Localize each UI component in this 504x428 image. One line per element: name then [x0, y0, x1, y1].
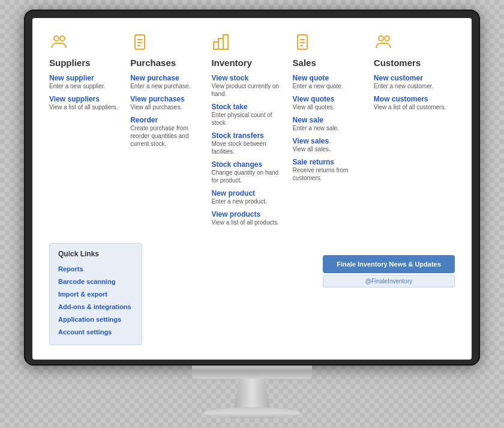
sales-link-1[interactable]: View quotes [293, 95, 367, 103]
customers-desc-1: View a list of all customers. [374, 103, 448, 111]
link-item: Mow customersView a list of all customer… [374, 95, 448, 111]
inventory-title: Inventory [211, 58, 285, 68]
link-item: Stock changesChange quantity on hand for… [211, 160, 285, 184]
sales-desc-2: Enter a new sale. [293, 124, 367, 132]
suppliers-desc-0: Enter a new supplier. [49, 82, 123, 90]
link-item: View productsView a list of all products… [211, 210, 285, 226]
sales-desc-4: Receive returns from customers. [293, 166, 367, 182]
svg-point-0 [54, 36, 59, 41]
inventory-desc-3: Change quantity on hand for product. [211, 169, 285, 184]
inventory-link-2[interactable]: Stock transfers [211, 131, 285, 140]
bottom-section: Quick LinksReportsBarcode scanningImport… [49, 243, 455, 345]
inventory-desc-5: View a list of all products. [211, 219, 285, 226]
purchases-link-1[interactable]: View purchases [130, 95, 204, 103]
link-item: New customerEnter a new customer. [374, 74, 448, 90]
monitor-wrapper: SuppliersNew supplierEnter a new supplie… [24, 10, 480, 418]
sales-link-4[interactable]: Sale returns [293, 158, 367, 166]
quick-link-3[interactable]: Add-ons & integrations [58, 301, 133, 313]
inventory-desc-2: Move stock between facilities. [211, 140, 285, 155]
inventory-desc-0: View product currently on hand. [211, 82, 285, 98]
quick-links-panel: Quick LinksReportsBarcode scanningImport… [49, 243, 142, 345]
link-item: New saleEnter a new sale. [293, 116, 367, 132]
customers-icon [374, 32, 448, 54]
stand-neck [234, 379, 270, 408]
sales-desc-3: View all sales. [293, 145, 367, 153]
quick-link-0[interactable]: Reports [58, 263, 133, 276]
svg-point-1 [60, 36, 65, 41]
quick-link-5[interactable]: Account settings [58, 326, 133, 339]
quick-link-2[interactable]: Import & export [58, 288, 133, 301]
link-item: Stock takeEnter physical count of stock. [211, 103, 285, 127]
suppliers-desc-1: View a list of all suppliers. [49, 103, 123, 111]
column-customers: CustomersNew customerEnter a new custome… [374, 32, 455, 231]
link-item: New supplierEnter a new supplier. [49, 74, 123, 90]
link-item: View purchasesView all purchases. [130, 95, 204, 111]
bottom-right-area: Finale Inventory News & Updates@FinaleIn… [152, 243, 455, 288]
customers-title: Customers [374, 58, 448, 68]
inventory-link-3[interactable]: Stock changes [211, 160, 285, 169]
suppliers-title: Suppliers [49, 58, 123, 68]
stand-base [204, 408, 300, 418]
sales-link-2[interactable]: New sale [293, 116, 367, 124]
link-item: View quotesView all quotes. [293, 95, 367, 111]
purchases-desc-2: Create purchase from reorder quantities … [130, 124, 204, 148]
column-sales: SalesNew quoteEnter a new quote.View quo… [293, 32, 374, 231]
link-item: New quoteEnter a new quote. [293, 74, 367, 90]
customers-desc-0: Enter a new customer. [374, 82, 448, 90]
column-purchases: PurchasesNew purchaseEnter a new purchas… [130, 32, 211, 231]
monitor-body: SuppliersNew supplierEnter a new supplie… [24, 10, 480, 365]
inventory-link-5[interactable]: View products [211, 210, 285, 219]
column-inventory: InventoryView stockView product currentl… [211, 32, 292, 231]
sales-icon [293, 32, 367, 54]
inventory-desc-4: Enter a new product. [211, 197, 285, 205]
sales-title: Sales [293, 58, 367, 68]
inventory-link-1[interactable]: Stock take [211, 103, 285, 111]
inventory-desc-1: Enter physical count of stock. [211, 111, 285, 127]
purchases-link-0[interactable]: New purchase [130, 74, 204, 82]
suppliers-link-1[interactable]: View suppliers [49, 95, 123, 103]
suppliers-icon [49, 32, 123, 54]
purchases-desc-0: Enter a new purchase. [130, 82, 204, 90]
svg-rect-8 [223, 35, 228, 49]
link-item: View stockView product currently on hand… [211, 74, 285, 98]
quick-link-1[interactable]: Barcode scanning [58, 276, 133, 288]
inventory-icon [211, 32, 285, 54]
sales-desc-1: View all quotes. [293, 103, 367, 111]
suppliers-link-0[interactable]: New supplier [49, 74, 123, 82]
sales-desc-0: Enter a new quote. [293, 82, 367, 90]
link-item: New productEnter a new product. [211, 189, 285, 205]
sales-link-3[interactable]: View sales [293, 137, 367, 145]
quick-links-title: Quick Links [58, 250, 133, 258]
link-item: ReorderCreate purchase from reorder quan… [130, 116, 204, 148]
monitor-stand [204, 379, 300, 418]
monitor-chin [192, 366, 312, 379]
monitor-screen: SuppliersNew supplierEnter a new supplie… [32, 18, 472, 359]
link-item: View suppliersView a list of all supplie… [49, 95, 123, 111]
purchases-desc-1: View all purchases. [130, 103, 204, 111]
link-item: View salesView all sales. [293, 137, 367, 153]
purchases-title: Purchases [130, 58, 204, 68]
purchases-link-2[interactable]: Reorder [130, 116, 204, 124]
svg-point-13 [379, 36, 383, 41]
svg-rect-6 [214, 42, 218, 49]
news-handle: @FinaleInventory [323, 275, 455, 288]
news-button[interactable]: Finale Inventory News & Updates [323, 255, 455, 273]
column-suppliers: SuppliersNew supplierEnter a new supplie… [49, 32, 130, 231]
sales-link-0[interactable]: New quote [293, 74, 367, 82]
svg-point-14 [385, 36, 389, 41]
link-item: Sale returnsReceive returns from custome… [293, 158, 367, 182]
quick-link-4[interactable]: Application settings [58, 313, 133, 326]
svg-rect-7 [218, 38, 223, 49]
link-item: Stock transfersMove stock between facili… [211, 131, 285, 155]
inventory-link-0[interactable]: View stock [211, 74, 285, 82]
news-panel: Finale Inventory News & Updates@FinaleIn… [323, 255, 455, 288]
app-content: SuppliersNew supplierEnter a new supplie… [49, 32, 455, 345]
inventory-link-4[interactable]: New product [211, 189, 285, 197]
link-item: New purchaseEnter a new purchase. [130, 74, 204, 90]
customers-link-0[interactable]: New customer [374, 74, 448, 82]
purchases-icon [130, 32, 204, 54]
customers-link-1[interactable]: Mow customers [374, 95, 448, 103]
